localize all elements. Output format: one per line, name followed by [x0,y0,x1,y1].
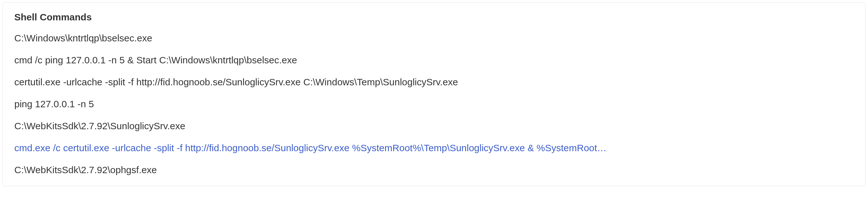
command-item: ping 127.0.0.1 -n 5 [14,97,854,111]
panel-title: Shell Commands [14,12,854,23]
command-item: C:\Windows\kntrtlqp\bselsec.exe [14,31,854,45]
command-item: C:\WebKitsSdk\2.7.92\SunloglicySrv.exe [14,119,854,133]
command-item: certutil.exe -urlcache -split -f http://… [14,75,854,89]
shell-commands-panel: Shell Commands C:\Windows\kntrtlqp\bsels… [3,3,865,186]
command-list: C:\Windows\kntrtlqp\bselsec.execmd /c pi… [14,31,854,177]
command-item: C:\WebKitsSdk\2.7.92\ophgsf.exe [14,163,854,177]
command-item[interactable]: cmd.exe /c certutil.exe -urlcache -split… [14,141,854,155]
command-item: cmd /c ping 127.0.0.1 -n 5 & Start C:\Wi… [14,53,854,67]
